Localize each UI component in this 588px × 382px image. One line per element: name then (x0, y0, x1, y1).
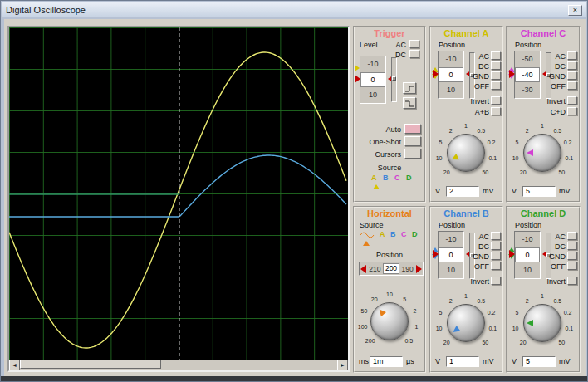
coupling-dc-button[interactable] (491, 242, 501, 250)
scale-value: 5 (522, 356, 556, 367)
coupling-gnd-button[interactable] (491, 71, 501, 80)
coupling-dc-button[interactable] (491, 61, 501, 70)
invert-button[interactable] (491, 96, 501, 105)
sum-button[interactable] (491, 107, 501, 115)
horizontal-source-label: Source (360, 221, 384, 229)
spinner-left-arrow-icon[interactable] (433, 70, 439, 78)
horizontal-position-spinner[interactable]: 210 200 190 (359, 262, 424, 276)
knob-face[interactable] (370, 302, 409, 340)
knob-face[interactable] (447, 304, 485, 342)
channel-title: Channel B (431, 208, 502, 218)
knob-face[interactable] (523, 134, 561, 172)
spinner-left-arrow-icon[interactable] (360, 265, 366, 273)
scale-value: 1 (446, 356, 479, 367)
sum-button[interactable] (567, 107, 577, 115)
invert-button[interactable] (567, 96, 577, 105)
trigger-dc-button[interactable] (409, 50, 419, 58)
spinner-left-arrow-icon[interactable] (509, 70, 515, 78)
coupling-gnd-button[interactable] (567, 71, 577, 80)
window-title: Digital Oscilloscope (6, 5, 568, 15)
scale-knob[interactable]: 20105210.50.20.150 (433, 291, 499, 355)
spinner-lower-value: -30 (515, 82, 540, 98)
coupling-gnd-label: GND (544, 252, 566, 261)
scale-unit-right-label: mV (483, 187, 494, 195)
trigger-source-marker-icon (373, 184, 380, 189)
trigger-source-d[interactable]: D (406, 174, 412, 182)
spinner-left-arrow-icon[interactable] (433, 250, 439, 258)
one-shot-button[interactable] (404, 136, 421, 146)
coupling-gnd-button[interactable] (491, 252, 501, 260)
invert-label: Invert (454, 277, 489, 286)
horizontal-source-c[interactable]: C (401, 230, 407, 238)
scale-knob[interactable]: 20105210.50.20.150 (509, 291, 576, 355)
spinner-current-value: 200 (383, 263, 400, 274)
scale-knob[interactable]: 20105210.50.20.150 (509, 121, 576, 184)
coupling-off-label: OFF (468, 82, 489, 91)
coupling-ac-button[interactable] (491, 51, 501, 60)
coupling-ac-button[interactable] (567, 51, 577, 60)
spinner-right-arrow-icon[interactable] (416, 265, 422, 273)
invert-button[interactable] (567, 277, 577, 285)
spinner-upper-value: -50 (515, 51, 540, 67)
auto-button[interactable] (404, 124, 421, 134)
close-button[interactable]: × (568, 5, 582, 16)
scope-screen (9, 27, 348, 360)
horizontal-source-d[interactable]: D (412, 230, 418, 238)
channel-d-panel: Channel D Position -10 0 10 AC DC GND OF… (506, 206, 581, 373)
coupling-off-button[interactable] (491, 81, 501, 90)
position-spinner[interactable]: -10 0 10 (438, 51, 464, 99)
scale-knob[interactable]: 20105210.50.20.150 (433, 121, 499, 184)
scroll-right-button[interactable]: ► (337, 360, 348, 370)
coupling-dc-button[interactable] (567, 242, 577, 250)
coupling-off-button[interactable] (491, 262, 501, 270)
coupling-dc-button[interactable] (567, 61, 577, 70)
knob-pointer-icon (527, 320, 533, 326)
horizontal-source-b[interactable]: B (390, 230, 396, 238)
rising-edge-button[interactable] (403, 82, 416, 94)
scale-unit-left-label: V (435, 187, 440, 195)
coupling-off-button[interactable] (567, 262, 577, 270)
timebase-knob[interactable]: 2001005020105210.5 (356, 290, 423, 353)
knob-face[interactable] (523, 304, 561, 342)
scroll-left-button[interactable]: ◄ (9, 360, 20, 370)
trigger-source-c[interactable]: C (394, 174, 400, 182)
coupling-ac-label: AC (547, 233, 566, 241)
coupling-gnd-button[interactable] (567, 252, 577, 260)
spinner-left-arrow-icon[interactable] (355, 75, 360, 83)
coupling-dc-label: DC (547, 62, 566, 71)
position-label: Position (515, 221, 541, 229)
coupling-ac-button[interactable] (491, 232, 501, 240)
trigger-ac-button[interactable] (409, 40, 419, 48)
position-label: Position (515, 41, 541, 49)
coupling-off-button[interactable] (567, 81, 577, 90)
spinner-left-arrow-icon[interactable] (509, 250, 515, 258)
scale-unit-left-label: V (512, 187, 517, 195)
position-spinner[interactable]: -50 -40 -30 (514, 51, 541, 99)
trigger-level-spinner[interactable]: -10 0 10 (360, 56, 386, 104)
trigger-source-a[interactable]: A (371, 174, 377, 182)
horizontal-source-a[interactable]: A (380, 230, 385, 238)
timebase-unit-left-label: ms (359, 357, 369, 365)
scroll-track[interactable] (20, 360, 337, 370)
coupling-ac-button[interactable] (567, 232, 577, 240)
position-spinner[interactable]: -10 0 10 (514, 231, 541, 279)
trigger-source-b[interactable]: B (383, 174, 389, 182)
knob-pointer-icon (377, 307, 386, 316)
trigger-level-slider[interactable] (391, 57, 397, 102)
knob-pointer-icon (527, 149, 533, 156)
falling-edge-button[interactable] (403, 97, 416, 109)
title-bar[interactable]: Digital Oscilloscope × (2, 2, 586, 17)
trigger-level-slider-thumb[interactable] (392, 76, 396, 81)
cursors-button[interactable] (404, 149, 421, 159)
invert-button[interactable] (491, 277, 501, 285)
position-spinner[interactable]: -10 0 10 (438, 231, 464, 279)
scale-value: 5 (522, 186, 556, 197)
channel-title: Channel C (507, 28, 579, 38)
scope-scrollbar[interactable]: ◄ ► (9, 360, 348, 370)
spinner-current-value: -40 (515, 67, 540, 82)
sum-label: C+D (531, 108, 566, 116)
knob-face[interactable] (447, 134, 485, 172)
scroll-thumb[interactable] (20, 360, 161, 369)
coupling-ac-label: AC (471, 233, 489, 241)
trigger-level-label: Level (360, 41, 378, 49)
